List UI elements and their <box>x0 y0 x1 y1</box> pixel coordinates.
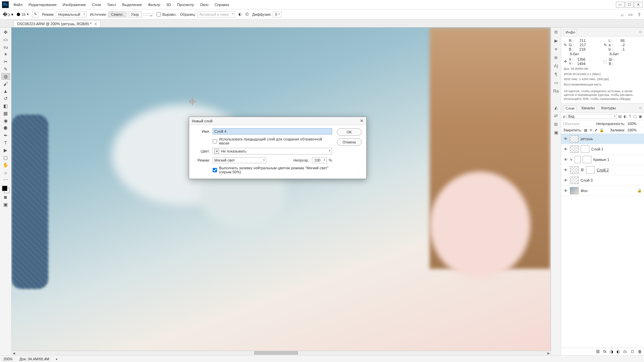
blur-tool[interactable]: ◉ <box>1 117 10 124</box>
zoom-tool[interactable]: ⌕ <box>1 169 10 176</box>
visibility-icon[interactable]: 👁 <box>563 137 568 141</box>
mode-dropdown[interactable]: Нормальный <box>56 11 87 17</box>
dialog-titlebar[interactable]: Новый слой ✕ <box>189 117 366 125</box>
layers-menu-icon[interactable]: ≡ <box>639 106 641 110</box>
sample-dropdown[interactable]: Активный и ниже <box>197 11 235 17</box>
maximize-button[interactable]: ☐ <box>625 2 634 8</box>
zoom-level[interactable]: 200% <box>3 357 13 361</box>
gradient-tool[interactable]: ▦ <box>1 110 10 117</box>
horizontal-scrollbar[interactable]: ◀ ▶ <box>11 351 551 355</box>
filter-type-icon[interactable]: T <box>629 114 631 119</box>
blend-mode-dropdown[interactable]: Обычные <box>563 122 593 126</box>
doc-size[interactable]: Док: 34,4M/60,4M <box>19 357 49 361</box>
stamp-tool[interactable]: ▲ <box>1 88 10 95</box>
fill-input[interactable]: 100% <box>627 128 642 132</box>
visibility-icon[interactable]: 👁 <box>563 158 568 162</box>
cancel-button[interactable]: Отмена <box>337 138 362 146</box>
healing-brush-tool[interactable]: ◍ <box>1 73 10 80</box>
blend-mode-dropdown[interactable]: Мягкий свет <box>213 157 266 163</box>
menu-text[interactable]: Текст <box>104 1 119 8</box>
layer-row[interactable]: 👁 ретушь <box>561 134 644 144</box>
learn-icon[interactable]: ▣ <box>554 130 558 135</box>
aligned-checkbox[interactable] <box>157 12 161 16</box>
new-layer-icon[interactable]: 🗋 <box>631 349 635 354</box>
scroll-right-arrow[interactable]: ▶ <box>546 351 551 356</box>
layer-row[interactable]: 👁 Слой 1 <box>561 144 644 155</box>
shape-tool[interactable]: ▢ <box>1 154 10 161</box>
lock-all-icon[interactable]: 🔒 <box>599 128 604 132</box>
clip-mask-checkbox[interactable] <box>213 139 217 143</box>
crop-tool[interactable]: ✂ <box>1 58 10 65</box>
menu-filter[interactable]: Фильтр <box>145 1 163 8</box>
actions-panel-icon[interactable]: ▶ <box>554 38 558 43</box>
layer-row[interactable]: 👁 Слой 3 <box>561 175 644 186</box>
visibility-icon[interactable]: 👁 <box>563 178 568 182</box>
dodge-tool[interactable]: ⚉ <box>1 125 10 131</box>
opacity-input[interactable]: 100% <box>627 122 642 126</box>
brush-preset[interactable]: 15▾ <box>17 12 29 16</box>
adjustments-icon[interactable]: ◭ <box>554 105 558 110</box>
eyedropper-tool[interactable]: ✎ <box>1 66 10 72</box>
edit-toolbar[interactable]: ⋯ <box>1 176 10 183</box>
ok-button[interactable]: ОК <box>337 128 362 136</box>
add-mask-icon[interactable]: ◑ <box>610 349 613 354</box>
history-brush-tool[interactable]: ↺ <box>1 95 10 102</box>
lock-position-icon[interactable]: ✛ <box>589 128 592 132</box>
clone-source-icon[interactable]: ⊕ <box>554 55 558 60</box>
menu-help[interactable]: Справка <box>212 1 232 8</box>
quick-select-tool[interactable]: ✶ <box>1 51 10 58</box>
menu-3d[interactable]: 3D <box>164 1 174 8</box>
visibility-icon[interactable]: 👁 <box>563 168 568 172</box>
layer-row[interactable]: 👁 Фон 🔒 <box>561 186 644 196</box>
tab-close-icon[interactable]: ✕ <box>94 22 97 26</box>
filter-smart-icon[interactable]: ▣ <box>639 114 642 119</box>
link-layers-icon[interactable]: ⛓ <box>596 349 600 354</box>
visibility-icon[interactable]: 👁 <box>563 147 568 151</box>
minimize-button[interactable]: — <box>616 2 625 8</box>
lock-artboard-icon[interactable]: ⬈ <box>594 128 597 132</box>
canvas[interactable] <box>11 27 551 355</box>
channels-tab[interactable]: Каналы <box>580 105 596 111</box>
fill-neutral-checkbox[interactable] <box>213 168 217 172</box>
menu-edit[interactable]: Редактирование <box>26 1 59 8</box>
hand-tool[interactable]: ✋ <box>1 162 10 168</box>
ignore-adj-icon[interactable]: ◐ <box>238 12 242 16</box>
share-icon[interactable]: ⇪ <box>637 12 641 17</box>
menu-select[interactable]: Выделение <box>120 1 145 8</box>
tool-preset-icon[interactable]: �כּ ▾ <box>3 12 13 17</box>
menu-image[interactable]: Изображение <box>60 1 89 8</box>
info-menu-icon[interactable]: ≡ <box>639 30 641 34</box>
layer-row[interactable]: 👁 ↳ Кривые 1 <box>561 155 644 165</box>
dialog-close-icon[interactable]: ✕ <box>360 118 364 123</box>
visibility-icon[interactable]: 👁 <box>563 189 568 193</box>
menu-window[interactable]: Окно <box>197 1 211 8</box>
filter-shape-icon[interactable]: ▢ <box>633 114 637 119</box>
brush-tool[interactable]: 🖌 <box>1 80 10 87</box>
paragraph-panel-icon[interactable]: ¶ <box>555 72 557 77</box>
dialog-opacity-input[interactable]: 100 <box>312 157 327 163</box>
layer-row[interactable]: 👁 ⛓ Слой 2 <box>561 165 644 175</box>
lock-pixels-icon[interactable]: ▦ <box>584 128 587 132</box>
path-select-tool[interactable]: ▶ <box>1 147 10 154</box>
glyphs-icon[interactable]: Ra <box>553 88 559 94</box>
styles-icon[interactable]: ⇄ <box>554 113 558 118</box>
type-tool[interactable]: T <box>1 139 10 146</box>
delete-layer-icon[interactable]: 🗑 <box>638 349 642 354</box>
pressure-size-icon[interactable]: Ⓒ <box>245 12 249 17</box>
menu-view[interactable]: Просмотр <box>174 1 197 8</box>
menu-file[interactable]: Файл <box>11 1 25 8</box>
paths-tab[interactable]: Контуры <box>600 105 617 111</box>
scroll-thumb[interactable] <box>254 351 298 355</box>
pattern-dropdown[interactable] <box>143 13 153 15</box>
quick-mask[interactable]: ◙ <box>1 194 10 200</box>
libraries-icon[interactable]: ▭ <box>554 80 558 85</box>
color-dropdown[interactable]: ✕ Не показывать <box>213 148 332 155</box>
new-adjustment-icon[interactable]: ◐ <box>616 349 620 354</box>
properties-icon[interactable]: ⊞ <box>554 122 558 127</box>
layers-tab[interactable]: Слои <box>564 105 576 111</box>
marquee-tool[interactable]: ▭ <box>1 36 10 43</box>
screen-mode[interactable]: ▣ <box>1 201 10 208</box>
menu-layers[interactable]: Слои <box>89 1 104 8</box>
source-sample-button[interactable]: Семпл. <box>108 11 126 17</box>
new-group-icon[interactable]: 🗀 <box>623 349 627 354</box>
